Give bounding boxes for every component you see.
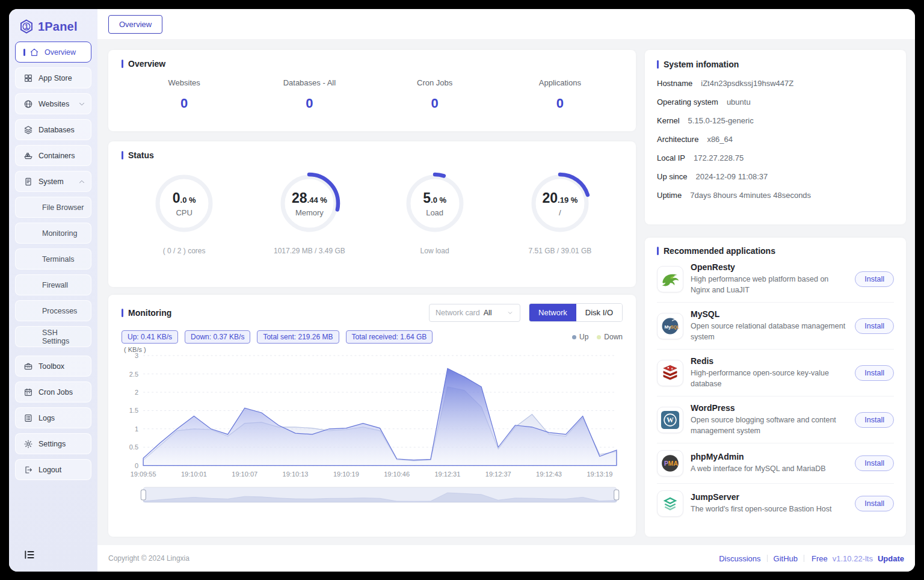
sidebar-item-databases[interactable]: Databases xyxy=(15,119,91,140)
sidebar-item-label: System xyxy=(38,177,64,186)
active-indicator xyxy=(23,49,25,56)
svg-text:19:10:07: 19:10:07 xyxy=(232,470,257,478)
title-accent-bar xyxy=(122,151,123,159)
mysql-icon: MySQL xyxy=(657,313,683,339)
svg-text:19:12:37: 19:12:37 xyxy=(485,470,511,478)
brush-handle-right[interactable] xyxy=(614,490,619,500)
svg-text:19:12:31: 19:12:31 xyxy=(435,470,461,478)
info-row-up-since: Up since2024-12-09 11:08:37 xyxy=(657,172,894,181)
info-label: Hostname xyxy=(657,79,692,88)
sidebar-item-websites[interactable]: Websites xyxy=(15,93,91,114)
sidebar-item-cron-jobs[interactable]: Cron Jobs xyxy=(15,381,91,403)
sidebar-item-containers[interactable]: Containers xyxy=(15,145,91,166)
sidebar-item-label: Databases xyxy=(38,126,75,134)
disk-io-toggle-button[interactable]: Disk I/O xyxy=(576,304,622,321)
stat-cron-jobs: Cron Jobs0 xyxy=(372,78,497,111)
collapse-sidebar-icon[interactable] xyxy=(23,549,35,563)
legend-item-up[interactable]: Up xyxy=(572,333,588,341)
right-column: System infomation HostnameiZt4n23psdkssj… xyxy=(645,50,906,545)
sidebar-item-label: Terminals xyxy=(42,255,75,264)
sidebar-item-label: Toolbox xyxy=(38,362,64,371)
copyright-text: Copyright © 2024 Lingxia xyxy=(108,554,189,563)
content: Overview Websites0Databases - All0Cron J… xyxy=(97,39,915,545)
info-label: Operating system xyxy=(657,97,718,106)
network-toggle-button[interactable]: Network xyxy=(529,304,576,321)
info-row-operating-system: Operating systemubuntu xyxy=(657,97,894,106)
install-button-openresty[interactable]: Install xyxy=(855,271,894,287)
left-column: Overview Websites0Databases - All0Cron J… xyxy=(108,50,636,545)
gauge-memory: 28.44 %Memory1017.29 MB / 3.49 GB xyxy=(247,172,372,255)
gauge-detail: Low load xyxy=(420,247,449,255)
status-card: Status 0.0 %CPU( 0 / 2 ) cores28.44 %Mem… xyxy=(108,141,636,287)
stat-value: 0 xyxy=(372,96,497,111)
sidebar-item-monitoring[interactable]: Monitoring xyxy=(15,223,91,244)
app-row-phpmyadmin: PMAphpMyAdminA web interface for MySQL a… xyxy=(657,443,894,484)
gauge-value: 20.19 % xyxy=(542,190,578,206)
install-button-wordpress[interactable]: Install xyxy=(855,412,894,428)
monitoring-controls: Network card All Network Disk I/O xyxy=(429,303,623,322)
stat-value: 0 xyxy=(497,96,623,111)
svg-text:1: 1 xyxy=(25,23,28,30)
sidebar-item-overview[interactable]: Overview xyxy=(15,42,91,63)
chevron-up-icon xyxy=(78,177,86,186)
stat-label: Applications xyxy=(497,78,623,87)
sidebar-item-logs[interactable]: Logs xyxy=(15,407,91,428)
sidebar-item-terminals[interactable]: Terminals xyxy=(15,248,91,270)
install-button-jumpserver[interactable]: Install xyxy=(855,496,894,511)
sidebar-item-processes[interactable]: Processes xyxy=(15,300,91,321)
install-button-phpmyadmin[interactable]: Install xyxy=(855,455,894,471)
overview-card: Overview Websites0Databases - All0Cron J… xyxy=(108,50,636,131)
tab-overview[interactable]: Overview xyxy=(108,15,162,34)
app-row-mysql: MySQLMySQLOpen source relational databas… xyxy=(657,303,894,350)
chevron-down-icon xyxy=(507,309,514,316)
svg-text:1: 1 xyxy=(135,425,138,433)
stat-label: Databases - All xyxy=(247,78,372,87)
sidebar-item-app-store[interactable]: App Store xyxy=(15,67,91,88)
monitoring-card: Monitoring Network card All xyxy=(108,295,636,537)
main-area: Overview Overview Websites0Databases - A… xyxy=(97,9,915,572)
svg-text:SQL: SQL xyxy=(671,324,680,329)
sidebar-item-settings[interactable]: Settings xyxy=(15,433,91,454)
sidebar-item-file-browser[interactable]: File Browser xyxy=(15,197,91,218)
gauge-ring: 28.44 %Memory xyxy=(278,172,340,235)
sidebar-item-label: Websites xyxy=(38,100,69,108)
footer-link-github[interactable]: GitHub xyxy=(774,554,798,563)
info-row-local-ip: Local IP172.27.228.75 xyxy=(657,153,894,162)
sidebar-item-toolbox[interactable]: Toolbox xyxy=(15,356,91,377)
brand-name: 1Panel xyxy=(38,20,78,34)
gauge-label: / xyxy=(559,208,561,217)
wordpress-icon: W xyxy=(657,407,683,433)
sidebar-item-label: File Browser xyxy=(42,203,84,212)
app-row-redis: RedisHigh-performance open-source key-va… xyxy=(657,350,894,396)
recommended-apps-card: Recommended applications OpenRestyHigh p… xyxy=(645,238,906,537)
info-value: iZt4n23psdkssj19hsw447Z xyxy=(701,79,793,88)
title-accent-bar xyxy=(122,309,123,317)
legend-item-down[interactable]: Down xyxy=(597,333,623,341)
toolbox-icon xyxy=(23,362,33,371)
app-name: WordPress xyxy=(691,403,848,413)
footer-link-discussions[interactable]: Discussions xyxy=(719,554,760,563)
info-row-hostname: HostnameiZt4n23psdkssj19hsw447Z xyxy=(657,79,894,88)
network-card-select[interactable]: Network card All xyxy=(429,304,520,322)
svg-text:0.5: 0.5 xyxy=(129,443,138,451)
svg-text:( KB/s ): ( KB/s ) xyxy=(124,346,146,353)
sidebar-item-logout[interactable]: Logout xyxy=(15,459,91,480)
info-label: Kernel xyxy=(657,116,680,125)
sidebar-item-firewall[interactable]: Firewall xyxy=(15,274,91,295)
system-info-rows: HostnameiZt4n23psdkssj19hsw447ZOperating… xyxy=(657,79,894,200)
update-link[interactable]: Update xyxy=(878,554,904,563)
sidebar-menu: OverviewApp StoreWebsitesDatabasesContai… xyxy=(15,42,91,480)
sidebar-item-system[interactable]: System xyxy=(15,171,91,192)
brush-handle-left[interactable] xyxy=(141,490,146,500)
info-label: Up since xyxy=(657,172,688,181)
home-icon xyxy=(29,48,39,57)
install-button-redis[interactable]: Install xyxy=(855,365,894,381)
gauge-detail: 1017.29 MB / 3.49 GB xyxy=(274,247,345,255)
install-button-mysql[interactable]: Install xyxy=(855,318,894,334)
sidebar-item-ssh-settings[interactable]: SSH Settings xyxy=(15,326,91,347)
chart-zoom-brush[interactable] xyxy=(122,486,623,504)
app-name: JumpServer xyxy=(691,492,848,502)
logout-icon xyxy=(23,465,33,475)
app-window: 1 1Panel OverviewApp StoreWebsitesDataba… xyxy=(9,9,915,572)
info-value: 2024-12-09 11:08:37 xyxy=(696,172,768,181)
